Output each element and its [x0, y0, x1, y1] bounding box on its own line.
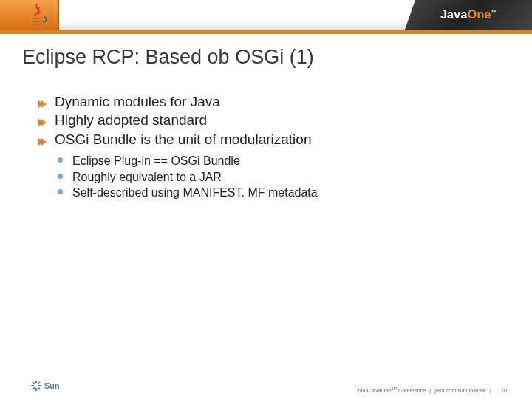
dot-icon [58, 189, 63, 194]
svg-rect-3 [37, 386, 40, 389]
bullet-l1: Highly adopted standard [37, 112, 502, 129]
footer-sep: | [490, 388, 491, 393]
sun-icon [31, 381, 41, 391]
sun-logo: Sun [31, 380, 60, 392]
dot-icon [58, 157, 63, 163]
svg-rect-5 [32, 386, 35, 389]
bullet-text: Highly adopted standard [55, 112, 207, 128]
footer-sep: | [429, 388, 431, 393]
chevron-icon [37, 96, 47, 106]
sun-text: Sun [44, 381, 60, 390]
svg-rect-2 [38, 385, 41, 386]
dot-icon [58, 174, 63, 179]
bullet-text: Dynamic modules for Java [55, 94, 220, 109]
svg-rect-0 [35, 381, 37, 383]
footer-text: 2008 JavaOneSM Conference | java.com.sun… [357, 386, 507, 393]
bullet-text: Self-described using MANIFEST. MF metada… [72, 186, 318, 199]
chevron-icon [37, 115, 47, 125]
slide-body: Dynamic modules for Java Highly adopted … [37, 93, 502, 202]
footer-sm: SM [391, 386, 397, 391]
footer-conf-suffix: Conference [397, 388, 426, 393]
bullet-text: Roughly equivalent to a JAR [72, 171, 222, 183]
footer-conf: 2008 JavaOne [357, 388, 392, 393]
brand-prefix: Java [440, 8, 468, 21]
bullet-l2: Eclipse Plug-in == OSGi Bundle [58, 153, 502, 169]
footer: Sun 2008 JavaOneSM Conference | java.com… [0, 377, 532, 399]
svg-rect-4 [35, 388, 37, 391]
chevron-icon [37, 134, 47, 144]
bullet-text: OSGi Bundle is the unit of modularizatio… [55, 132, 311, 147]
footer-page: 10 [501, 388, 507, 393]
footer-url: java.com.sun/javaone [434, 388, 486, 393]
svg-rect-7 [32, 381, 35, 384]
java-logo-icon [25, 3, 49, 28]
header-bar: JavaOne™ [0, 0, 532, 34]
slide-title: Eclipse RCP: Based ob OSGi (1) [22, 46, 314, 69]
bullet-l2: Self-described using MANIFEST. MF metada… [58, 185, 502, 201]
svg-rect-1 [37, 381, 40, 384]
brand-accent: One [468, 8, 491, 21]
svg-rect-6 [31, 385, 34, 386]
bullet-text: Eclipse Plug-in == OSGi Bundle [72, 154, 240, 167]
bullet-l2: Roughly equivalent to a JAR [58, 169, 502, 185]
brand-tm: ™ [491, 10, 497, 15]
javaone-brand-badge: JavaOne™ [405, 0, 532, 30]
bullet-l1: OSGi Bundle is the unit of modularizatio… [37, 131, 502, 201]
bullet-l1: Dynamic modules for Java [37, 93, 502, 111]
